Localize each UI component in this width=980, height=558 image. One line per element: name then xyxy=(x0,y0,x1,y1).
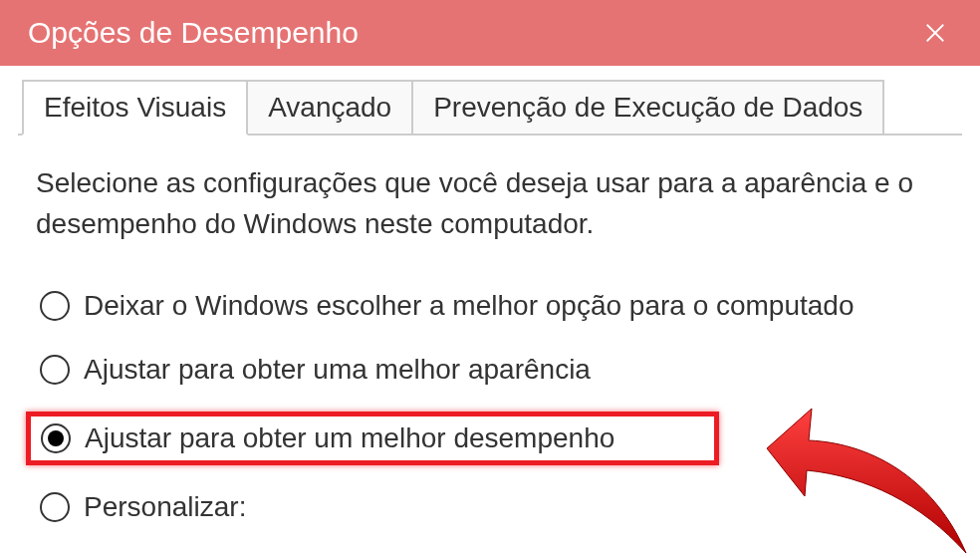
radio-label: Ajustar para obter um melhor desempenho xyxy=(85,422,614,454)
radio-icon xyxy=(40,355,70,385)
radio-custom[interactable]: Personalizar: xyxy=(36,485,944,529)
radio-best-appearance[interactable]: Ajustar para obter uma melhor aparência xyxy=(36,348,944,392)
radio-icon xyxy=(40,291,70,321)
tab-advanced[interactable]: Avançado xyxy=(246,80,413,134)
panel-description: Selecione as configurações que você dese… xyxy=(36,163,944,244)
window-title: Opções de Desempenho xyxy=(28,16,359,50)
window-titlebar: Opções de Desempenho xyxy=(0,0,980,66)
tab-strip: Efeitos Visuais Avançado Prevenção de Ex… xyxy=(0,80,980,134)
tab-dep[interactable]: Prevenção de Execução de Dados xyxy=(411,80,884,134)
visual-effects-panel: Selecione as configurações que você dese… xyxy=(18,134,962,529)
tab-visual-effects[interactable]: Efeitos Visuais xyxy=(22,80,248,136)
radio-label: Deixar o Windows escolher a melhor opção… xyxy=(84,290,855,322)
radio-icon xyxy=(40,492,70,522)
close-button[interactable] xyxy=(890,0,980,66)
radio-label: Ajustar para obter uma melhor aparência xyxy=(84,354,591,386)
radio-label: Personalizar: xyxy=(84,491,246,523)
visual-effects-radio-group: Deixar o Windows escolher a melhor opção… xyxy=(36,284,944,529)
radio-icon xyxy=(41,423,71,453)
dialog-content: Efeitos Visuais Avançado Prevenção de Ex… xyxy=(0,80,980,529)
radio-let-windows-choose[interactable]: Deixar o Windows escolher a melhor opção… xyxy=(36,284,944,328)
radio-best-performance[interactable]: Ajustar para obter um melhor desempenho xyxy=(26,412,719,465)
close-icon xyxy=(924,22,946,44)
